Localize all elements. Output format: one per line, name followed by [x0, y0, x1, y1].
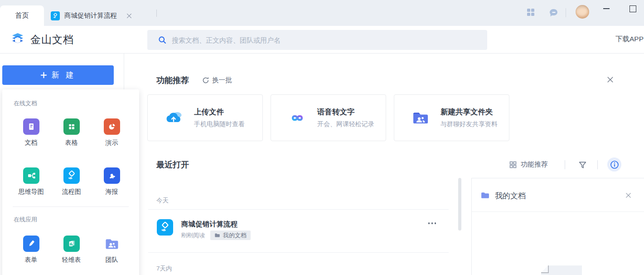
- team-folder-icon: [104, 236, 120, 252]
- menu-item-presentation[interactable]: 演示: [92, 118, 132, 147]
- recommend-close-icon[interactable]: [606, 76, 614, 83]
- filter-icon[interactable]: [578, 161, 587, 169]
- new-button-label: 新 建: [52, 70, 76, 80]
- doc-icon: [23, 118, 39, 135]
- flowchart-icon: [63, 167, 80, 184]
- minimize-button[interactable]: [603, 8, 610, 9]
- app-window: 首页 商城促销计算流程: [0, 0, 644, 275]
- info-icon: [610, 160, 619, 169]
- search-bar[interactable]: [147, 30, 487, 50]
- recent-doc-row[interactable]: 商城促销计算流程 刚刚阅读 我的文档: [148, 214, 449, 241]
- card-subtitle: 开会、网课轻松记录: [317, 120, 374, 128]
- search-input[interactable]: [172, 36, 481, 44]
- empty-state-illustration: [541, 265, 582, 275]
- search-icon: [158, 36, 166, 44]
- tab-home[interactable]: 首页: [0, 5, 44, 26]
- lightsheet-icon: [63, 236, 80, 252]
- card-title: 上传文件: [194, 107, 245, 117]
- panel-close-icon[interactable]: [625, 192, 632, 199]
- tab-document[interactable]: 商城促销计算流程: [51, 5, 132, 26]
- doc-location-badge[interactable]: 我的文档: [210, 231, 251, 240]
- card-upload-file[interactable]: 上传文件 手机电脑随时查看: [147, 94, 263, 141]
- recent-title: 最近打开: [156, 159, 189, 170]
- tab-bar: 首页 商城促销计算流程: [0, 0, 644, 26]
- form-icon: [23, 236, 39, 252]
- upload-cloud-icon: [164, 108, 184, 128]
- voice-to-text-icon: [287, 108, 307, 128]
- refresh-batch-label: 换一批: [212, 76, 232, 84]
- new-document-menu: 在线文档 文档 表格 演示: [2, 89, 139, 275]
- grid-toggle-icon: [509, 161, 517, 168]
- tab-close-icon[interactable]: [126, 13, 132, 19]
- logo-cube-icon: [10, 32, 25, 47]
- mindmap-icon: [23, 167, 39, 184]
- controls-divider: [565, 160, 565, 169]
- recent-doc-time: 刚刚阅读: [181, 231, 205, 240]
- doc-more-menu-icon[interactable]: [428, 222, 436, 224]
- tab-home-label: 首页: [15, 11, 29, 20]
- menu-item-flowchart[interactable]: 流程图: [51, 167, 92, 196]
- card-title: 新建共享文件夹: [441, 107, 498, 117]
- list-scrollbar[interactable]: [458, 178, 461, 231]
- poster-icon: [104, 167, 120, 184]
- app-header: 金山文档 下载APP: [0, 26, 644, 54]
- group-label-week: 7天内: [156, 265, 172, 273]
- recent-doc-title: 商城促销计算流程: [181, 220, 237, 229]
- menu-item-lightsheet[interactable]: 轻维表: [51, 236, 92, 264]
- card-subtitle: 与群聊好友共享资料: [441, 120, 498, 128]
- chat-icon[interactable]: [549, 8, 558, 17]
- menu-item-poster[interactable]: 海报: [92, 167, 132, 196]
- folder-icon: [214, 232, 220, 238]
- plus-icon: [40, 72, 47, 79]
- apps-grid-icon[interactable]: [527, 8, 535, 16]
- list-divider: [148, 209, 449, 210]
- section-title-online-apps: 在线应用: [14, 216, 37, 224]
- menu-item-mindmap[interactable]: 思维导图: [11, 167, 51, 196]
- titlebar-divider: [566, 8, 566, 17]
- doc-location-label: 我的文档: [223, 231, 247, 240]
- refresh-icon: [202, 77, 209, 84]
- list-divider: [148, 252, 449, 253]
- user-avatar[interactable]: [576, 5, 589, 19]
- menu-item-team[interactable]: 团队: [92, 236, 132, 264]
- menu-item-doc[interactable]: 文档: [11, 118, 51, 147]
- card-voice-to-text[interactable]: 语音转文字 开会、网课轻松记录: [271, 94, 386, 141]
- new-document-button[interactable]: 新 建: [2, 65, 114, 85]
- menu-item-spreadsheet[interactable]: 表格: [51, 118, 92, 147]
- presentation-icon: [104, 118, 120, 135]
- info-button[interactable]: [607, 157, 621, 172]
- panel-title: 我的文档: [495, 191, 526, 201]
- recommend-toggle-label: 功能推荐: [521, 160, 548, 169]
- download-app-link[interactable]: 下载APP: [615, 34, 644, 44]
- card-subtitle: 手机电脑随时查看: [194, 120, 245, 128]
- recommend-toggle-button[interactable]: 功能推荐: [509, 160, 548, 169]
- app-name: 金山文档: [30, 33, 74, 47]
- card-new-shared-folder[interactable]: 新建共享文件夹 与群聊好友共享资料: [394, 94, 509, 141]
- recommend-title: 功能推荐: [156, 75, 189, 86]
- online-apps-grid: 表单 轻维表 团队: [11, 236, 132, 264]
- app-logo[interactable]: 金山文档: [10, 32, 74, 47]
- spreadsheet-icon: [63, 118, 80, 135]
- recent-doc-meta: 刚刚阅读 我的文档: [181, 231, 251, 240]
- online-docs-grid: 文档 表格 演示 思维导图: [11, 118, 132, 196]
- card-title: 语音转文字: [317, 107, 374, 117]
- folder-icon: [480, 191, 490, 200]
- panel-header: 我的文档: [472, 178, 644, 212]
- refresh-batch-button[interactable]: 换一批: [202, 76, 232, 84]
- section-title-online-docs: 在线文档: [14, 99, 37, 108]
- flowchart-doc-icon: [157, 219, 173, 236]
- tab-document-label: 商城促销计算流程: [64, 11, 117, 20]
- group-label-today: 今天: [156, 196, 169, 205]
- menu-item-form[interactable]: 表单: [11, 236, 51, 264]
- tab-divider: [156, 10, 157, 17]
- maximize-button[interactable]: [629, 5, 636, 12]
- menu-divider: [13, 206, 129, 207]
- my-documents-panel: 我的文档: [471, 178, 644, 275]
- flowchart-doc-icon: [51, 11, 60, 20]
- shared-folder-icon: [411, 108, 431, 128]
- controls-divider: [597, 160, 598, 169]
